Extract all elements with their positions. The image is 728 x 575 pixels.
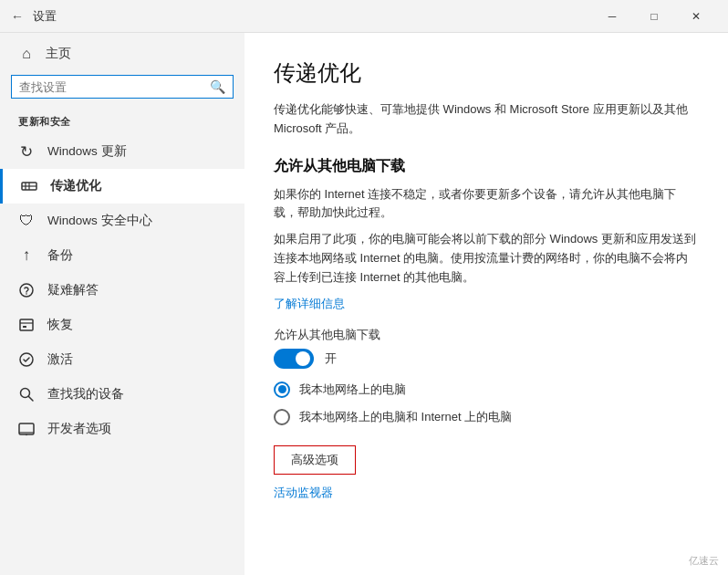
radio-circle-internet (274, 409, 290, 425)
recovery-icon (18, 317, 35, 333)
troubleshoot-icon (18, 282, 35, 298)
update-icon: ↻ (18, 143, 35, 160)
search-input[interactable] (19, 80, 210, 94)
svg-point-4 (20, 284, 33, 297)
page-description: 传递优化能够快速、可靠地提供 Windows 和 Microsoft Store… (274, 100, 699, 139)
sidebar-item-find-device[interactable]: 查找我的设备 (0, 377, 244, 412)
page-title: 传递优化 (274, 58, 699, 88)
sidebar-item-label: 疑难解答 (47, 282, 99, 298)
window-title: 设置 (33, 8, 57, 25)
sidebar-item-label: Windows 更新 (47, 143, 127, 160)
backup-icon: ↑ (18, 247, 35, 264)
sidebar-item-activation[interactable]: 激活 (0, 342, 244, 377)
content-area: 传递优化 传递优化能够快速、可靠地提供 Windows 和 Microsoft … (244, 33, 728, 575)
main-layout: ⌂ 主页 🔍 更新和安全 ↻ Windows 更新 传递优化 (0, 33, 728, 575)
learn-more-link[interactable]: 了解详细信息 (274, 296, 345, 312)
activity-monitor-link[interactable]: 活动监视器 (274, 485, 333, 501)
restore-button[interactable]: □ (633, 3, 675, 30)
sidebar-item-label: Windows 安全中心 (47, 213, 152, 229)
sidebar-item-delivery-optimization[interactable]: 传递优化 (0, 169, 244, 204)
toggle-knob (296, 351, 310, 366)
svg-point-14 (26, 434, 27, 436)
sidebar-item-home[interactable]: ⌂ 主页 (0, 33, 244, 75)
sidebar-item-label: 备份 (47, 247, 73, 264)
advanced-options-button[interactable]: 高级选项 (274, 445, 356, 475)
security-icon: 🛡 (18, 213, 35, 229)
sidebar-item-label: 查找我的设备 (47, 386, 124, 402)
svg-point-5 (26, 293, 27, 295)
radio-option-local[interactable]: 我本地网络上的电脑 (274, 382, 699, 398)
section-title: 更新和安全 (0, 110, 244, 134)
sidebar-item-label: 开发者选项 (47, 421, 111, 437)
toggle-section-label: 允许从其他电脑下载 (274, 327, 699, 343)
find-device-icon (18, 386, 35, 402)
svg-rect-8 (23, 326, 26, 328)
radio-circle-local (274, 382, 290, 398)
radio-label-local: 我本地网络上的电脑 (299, 382, 406, 398)
sidebar-item-label: 传递优化 (50, 178, 101, 194)
minimize-button[interactable]: ─ (591, 3, 633, 30)
svg-line-11 (29, 397, 34, 402)
developer-icon (18, 421, 35, 437)
allow-text-1: 如果你的 Internet 连接不稳定，或者你要更新多个设备，请允许从其他电脑下… (274, 185, 699, 224)
allow-text-2: 如果启用了此项，你的电脑可能会将以前下载的部分 Windows 更新和应用发送到… (274, 230, 699, 287)
sidebar-item-label: 恢复 (47, 317, 73, 333)
sidebar-item-developer[interactable]: 开发者选项 (0, 412, 244, 446)
sidebar-item-windows-update[interactable]: ↻ Windows 更新 (0, 134, 244, 169)
toggle-row: 开 (274, 349, 699, 369)
sidebar-item-backup[interactable]: ↑ 备份 (0, 238, 244, 273)
sidebar: ⌂ 主页 🔍 更新和安全 ↻ Windows 更新 传递优化 (0, 33, 244, 575)
allow-section-heading: 允许从其他电脑下载 (274, 157, 699, 176)
back-button[interactable]: ← (11, 9, 24, 24)
sidebar-item-troubleshoot[interactable]: 疑难解答 (0, 273, 244, 308)
home-label: 主页 (46, 46, 71, 62)
home-icon: ⌂ (18, 46, 35, 62)
allow-toggle[interactable] (274, 349, 314, 369)
window-controls: ─ □ ✕ (591, 3, 717, 30)
title-bar: ← 设置 ─ □ ✕ (0, 0, 728, 33)
activation-icon (18, 351, 35, 368)
sidebar-item-recovery[interactable]: 恢复 (0, 308, 244, 342)
sidebar-item-label: 激活 (47, 351, 73, 368)
svg-rect-6 (20, 319, 33, 330)
delivery-icon (21, 178, 37, 194)
watermark: 亿速云 (689, 554, 719, 568)
sidebar-item-windows-security[interactable]: 🛡 Windows 安全中心 (0, 204, 244, 238)
radio-option-internet[interactable]: 我本地网络上的电脑和 Internet 上的电脑 (274, 409, 699, 425)
search-icon: 🔍 (210, 79, 225, 94)
radio-label-internet: 我本地网络上的电脑和 Internet 上的电脑 (299, 409, 512, 425)
close-button[interactable]: ✕ (675, 3, 717, 30)
search-box[interactable]: 🔍 (11, 75, 234, 99)
toggle-state-label: 开 (325, 350, 337, 367)
